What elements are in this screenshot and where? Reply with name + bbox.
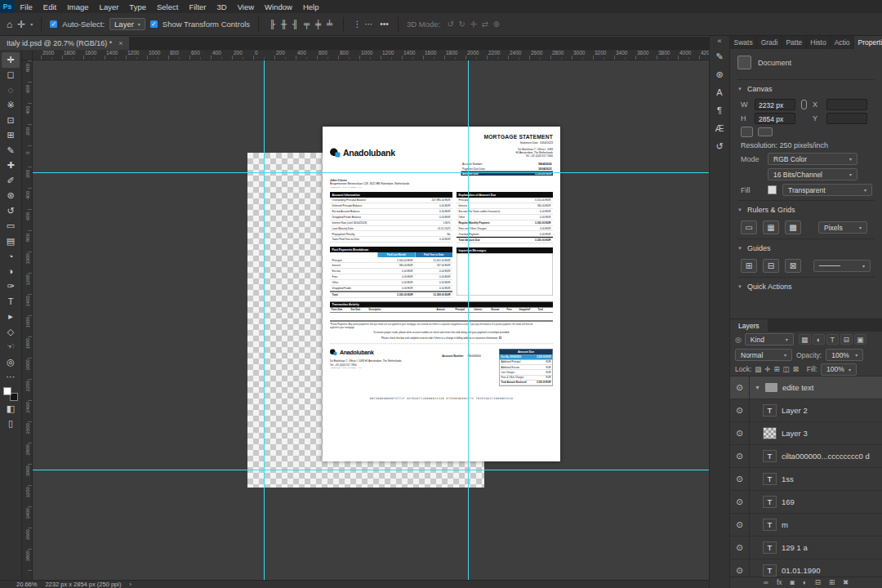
align-top-icon[interactable]: ╤ bbox=[301, 20, 312, 29]
photoshop-logo[interactable]: Ps bbox=[0, 0, 15, 13]
lock-artboard-icon[interactable]: ◫ bbox=[783, 365, 790, 373]
tool-preset-caret-icon[interactable]: ▾ bbox=[30, 21, 33, 27]
menu-edit[interactable]: Edit bbox=[38, 0, 61, 13]
character-panel-icon[interactable]: A bbox=[710, 83, 728, 101]
move-tool-options-icon[interactable]: ✛ bbox=[17, 20, 25, 29]
ruler-horizontal[interactable]: 2000180016001400120010008006004002000200… bbox=[33, 50, 709, 60]
link-dimensions-icon[interactable] bbox=[801, 100, 807, 109]
layer-filter-dropdown[interactable]: Kind▾ bbox=[745, 333, 794, 345]
layers-tab[interactable]: Layers bbox=[730, 319, 768, 332]
layer-row[interactable]: ⊙T1ss bbox=[730, 468, 882, 491]
toggle-grid-icon[interactable]: ▦ bbox=[763, 220, 779, 234]
move-tool[interactable]: ✛ bbox=[2, 52, 20, 68]
menu-view[interactable]: View bbox=[232, 0, 259, 13]
link-layers-icon[interactable]: ∞ bbox=[764, 579, 768, 586]
panel-tab-swats[interactable]: Swats bbox=[730, 36, 757, 49]
layer-row[interactable]: ⊙T01.01.1990 bbox=[730, 559, 882, 577]
clone-stamp-tool[interactable]: ⊛ bbox=[2, 189, 20, 204]
distribute-vertical-icon[interactable]: ⋮ bbox=[352, 20, 363, 29]
document-tab[interactable]: Italy id.psd @ 20.7% (RGB/16) * × bbox=[0, 37, 129, 50]
layer-effects-icon[interactable]: fx bbox=[777, 579, 782, 586]
filter-smart-objects-icon[interactable]: ▣ bbox=[854, 334, 866, 345]
quick-actions-section-header[interactable]: ▼ Quick Actions bbox=[737, 277, 875, 294]
brushes-panel-icon[interactable]: ✎ bbox=[710, 47, 728, 65]
align-bottom-icon[interactable]: ╧ bbox=[324, 20, 335, 29]
collapse-panels-icon[interactable]: « bbox=[717, 37, 721, 47]
layer-search-icon[interactable]: ◎ bbox=[735, 336, 742, 344]
menu-image[interactable]: Image bbox=[62, 0, 94, 13]
layer-visibility-icon[interactable]: ⊙ bbox=[730, 468, 750, 490]
eyedropper-tool[interactable]: ✎ bbox=[2, 143, 20, 158]
lasso-tool[interactable]: ◌ bbox=[2, 82, 20, 98]
guide-horizontal[interactable] bbox=[33, 172, 709, 173]
3d-drag-icon[interactable]: ✛ bbox=[468, 20, 479, 29]
guide-style-dropdown[interactable]: ▾ bbox=[813, 260, 871, 272]
mortgage-statement-page[interactable]: MORTGAGE STATEMENT Statement Date: 03/04… bbox=[323, 127, 560, 461]
show-transform-checkbox[interactable]: ✓ bbox=[150, 20, 158, 28]
brush-tool[interactable]: ✐ bbox=[2, 173, 20, 189]
height-input[interactable]: 2854 px bbox=[755, 113, 795, 124]
toggle-guides-icon[interactable]: ⊞ bbox=[741, 259, 757, 273]
home-icon[interactable]: ⌂ bbox=[7, 20, 12, 29]
frame-tool[interactable]: ⊞ bbox=[2, 128, 20, 144]
align-right-icon[interactable]: ╢ bbox=[290, 20, 301, 29]
path-selection-tool[interactable]: ▸ bbox=[2, 310, 20, 325]
guide-vertical[interactable] bbox=[468, 60, 469, 580]
ruler-vertical[interactable]: 8006004002000200400600800100012001400160… bbox=[22, 60, 33, 580]
filter-type-layers-icon[interactable]: T bbox=[826, 334, 839, 345]
quick-selection-tool[interactable]: ※ bbox=[2, 98, 20, 114]
gradient-tool[interactable]: ▤ bbox=[2, 234, 20, 249]
menu-type[interactable]: Type bbox=[124, 0, 152, 13]
panel-tab-properties[interactable]: Properties bbox=[854, 36, 882, 49]
pixel-layer-thumbnail[interactable] bbox=[763, 427, 777, 439]
layer-row[interactable]: ⊙T169 bbox=[730, 491, 882, 514]
layer-row[interactable]: ⊙TLayer 2 bbox=[730, 399, 882, 422]
text-layer-thumbnail[interactable]: T bbox=[763, 496, 777, 508]
layer-row[interactable]: ⊙T129 1 a bbox=[730, 537, 882, 559]
quick-mask-button[interactable]: ◧ bbox=[2, 401, 20, 416]
fill-swatch[interactable] bbox=[768, 185, 777, 194]
blur-tool[interactable]: ◔ bbox=[2, 249, 20, 265]
zoom-level-field[interactable]: 20.66% bbox=[16, 581, 37, 588]
menu-window[interactable]: Window bbox=[260, 0, 298, 13]
zoom-tool[interactable]: ◎ bbox=[2, 354, 20, 370]
opacity-dropdown[interactable]: 100%▾ bbox=[826, 349, 863, 361]
menu-layer[interactable]: Layer bbox=[94, 0, 124, 13]
foreground-color-swatch[interactable] bbox=[3, 387, 11, 395]
color-mode-dropdown[interactable]: RGB Color▾ bbox=[768, 153, 858, 165]
rulers-grids-section-header[interactable]: ▼ Rulers & Grids bbox=[737, 200, 875, 217]
canvas-section-header[interactable]: ▼ Canvas bbox=[737, 79, 875, 96]
layer-row[interactable]: ⊙Layer 3 bbox=[730, 422, 882, 445]
tab-close-icon[interactable]: × bbox=[118, 39, 122, 47]
layer-visibility-icon[interactable]: ⊙ bbox=[730, 491, 750, 513]
new-layer-icon[interactable]: ⊞ bbox=[829, 579, 835, 586]
lock-transparency-icon[interactable]: ▨ bbox=[755, 365, 761, 373]
ruler-corner[interactable] bbox=[22, 50, 33, 60]
panel-tab-patte[interactable]: Patte bbox=[782, 36, 807, 49]
toggle-rulers-icon[interactable]: ▭ bbox=[741, 220, 757, 234]
bit-depth-dropdown[interactable]: 16 Bits/Channel▾ bbox=[768, 168, 858, 180]
orientation-portrait-icon[interactable] bbox=[741, 127, 753, 137]
history-panel-icon[interactable]: ↺ bbox=[710, 137, 728, 155]
x-input[interactable] bbox=[826, 99, 867, 110]
dodge-tool[interactable]: ◑ bbox=[2, 264, 20, 279]
delete-layer-icon[interactable]: ✖ bbox=[843, 579, 849, 586]
eraser-tool[interactable]: ▭ bbox=[2, 219, 20, 234]
align-center-horizontal-icon[interactable]: ╫ bbox=[278, 20, 289, 29]
lock-all-icon[interactable]: ⊠ bbox=[793, 365, 799, 373]
3d-slide-icon[interactable]: ⇄ bbox=[479, 20, 490, 29]
text-layer-thumbnail[interactable]: T bbox=[763, 519, 777, 531]
clear-guides-icon[interactable]: ⊠ bbox=[785, 259, 801, 273]
menu-select[interactable]: Select bbox=[151, 0, 183, 13]
history-brush-tool[interactable]: ↺ bbox=[2, 203, 20, 219]
layer-row[interactable]: ⊙▼edite text bbox=[730, 376, 882, 399]
3d-roll-icon[interactable]: ↻ bbox=[457, 20, 467, 29]
align-left-icon[interactable]: ╟ bbox=[267, 20, 278, 29]
lock-position-icon[interactable]: ⊞ bbox=[773, 365, 779, 373]
align-middle-icon[interactable]: ╪ bbox=[313, 20, 323, 29]
layer-mask-icon[interactable]: ◙ bbox=[791, 579, 795, 586]
layer-row[interactable]: ⊙Tcilta000000...cccccccc0 d bbox=[730, 445, 882, 468]
units-dropdown[interactable]: Pixels▾ bbox=[818, 221, 867, 234]
text-layer-thumbnail[interactable]: T bbox=[763, 404, 777, 416]
rectangular-marquee-tool[interactable]: ◻ bbox=[2, 68, 20, 83]
